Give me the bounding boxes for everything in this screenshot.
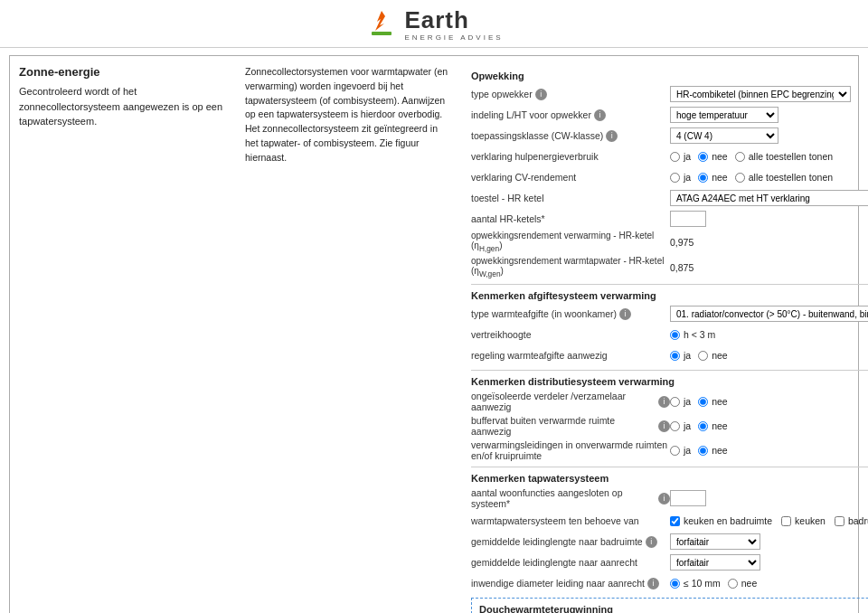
- section-title: Zonne-energie: [19, 65, 227, 79]
- verdeler-ja-option[interactable]: ja: [670, 396, 691, 407]
- aantal-hr-row: aantal HR-ketels* 1: [471, 210, 868, 228]
- cv-nee-radio[interactable]: [698, 173, 708, 183]
- verwarmingsleidingen-ja-option[interactable]: ja: [670, 445, 691, 456]
- hulpenergie-nee-radio[interactable]: [698, 152, 708, 162]
- verklaring-hulpenergie-label: verklaring hulpenergieverbruik: [471, 151, 670, 162]
- inwendige-diameter-info-icon[interactable]: i: [647, 578, 659, 589]
- indeling-select[interactable]: hoge temperatuur: [670, 107, 778, 123]
- rendement-warmtapwater-label: opwekkingsrendement warmtapwater - HR-ke…: [471, 256, 670, 278]
- indeling-info-icon[interactable]: i: [594, 109, 606, 121]
- aantal-woonfuncties-input[interactable]: 1: [670, 490, 706, 506]
- cv-ja-option[interactable]: ja: [670, 172, 691, 183]
- cv-alle-radio[interactable]: [735, 173, 745, 183]
- logo: Earth ENERGIE ADVIES: [364, 7, 503, 42]
- buffervat-info-icon[interactable]: i: [658, 420, 670, 432]
- verklaring-cv-label: verklaring CV-rendement: [471, 172, 670, 183]
- type-opwekker-select[interactable]: HR-combiketel (binnen EPC begrenzing): [670, 86, 851, 102]
- type-warmteafgifte-select[interactable]: 01. radiator/convector (> 50°C) - buiten…: [670, 306, 868, 322]
- hulpenergie-ja-radio[interactable]: [670, 152, 680, 162]
- leidinglengte-keuken-control: forfaitair: [670, 554, 868, 571]
- leidinglengte-keuken-select[interactable]: forfaitair: [670, 554, 760, 571]
- indeling-label: indeling L/HT voor opwekker i: [471, 109, 670, 121]
- hulpenergie-alle-option[interactable]: alle toestellen tonen: [735, 151, 833, 162]
- leidinglengte-badruimte-select[interactable]: forfaitair: [670, 533, 760, 550]
- aantal-woonfuncties-label: aantal woonfuncties aangesloten op syste…: [471, 487, 670, 509]
- buffervat-ja-option[interactable]: ja: [670, 420, 691, 431]
- opwekking-section: Opwekking type opwekker i HR-combiketel …: [471, 71, 868, 278]
- leidinglengte-badruimte-control: forfaitair: [670, 533, 868, 550]
- toepassingsklasse-row: toepassingsklasse (CW-klasse) i 4 (CW 4): [471, 127, 868, 145]
- keuken-badruimte-option[interactable]: keuken en badruimte: [670, 515, 772, 526]
- vertreikhoogte-option1[interactable]: h < 3 m: [670, 329, 715, 340]
- content-columns: Zonne-energie Gecontroleerd wordt of het…: [19, 65, 849, 613]
- middle-column: Zonnecollectorsystemen voor warmtapwater…: [245, 65, 453, 613]
- diameter-klein-option[interactable]: ≤ 10 mm: [670, 578, 721, 589]
- toestel-select[interactable]: ATAG A24AEC met HT verklaring: [670, 190, 868, 206]
- vertreikhoogte-row: vertreikhoogte h < 3 m: [471, 325, 868, 344]
- type-opwekker-info-icon[interactable]: i: [535, 89, 547, 100]
- rendement-warmtapwater-row: opwekkingsrendement warmtapwater - HR-ke…: [471, 256, 868, 278]
- verwarmingsleidingen-nee-radio[interactable]: [698, 446, 708, 456]
- cv-alle-option[interactable]: alle toestellen tonen: [735, 172, 833, 183]
- logo-text: Earth ENERGIE ADVIES: [404, 8, 503, 42]
- right-column: Opwekking type opwekker i HR-combiketel …: [471, 65, 868, 613]
- logo-subtitle-label: ENERGIE ADVIES: [404, 33, 503, 42]
- tapwatersysteem-title: Kenmerken tapwatersysteem: [471, 473, 868, 484]
- keuken-option[interactable]: keuken: [781, 515, 826, 526]
- diameter-nee-radio[interactable]: [728, 579, 738, 589]
- aantal-hr-input[interactable]: 1: [670, 211, 706, 227]
- inwendige-diameter-control: ≤ 10 mm nee: [670, 578, 868, 589]
- diameter-klein-radio[interactable]: [670, 579, 680, 589]
- verwarmingsleidingen-ja-radio[interactable]: [670, 446, 680, 456]
- indeling-control: hoge temperatuur: [670, 107, 868, 123]
- afgiftesysteem-title: Kenmerken afgiftesysteem verwarming: [471, 290, 868, 301]
- vertreikhoogte-radio1[interactable]: [670, 330, 680, 340]
- logo-earth-label: Earth: [404, 8, 468, 32]
- diameter-nee-option[interactable]: nee: [728, 578, 758, 589]
- regeling-nee-radio[interactable]: [698, 351, 708, 361]
- type-warmteafgifte-row: type warmteafgifte (in woonkamer) i 01. …: [471, 305, 868, 323]
- douchewarmte-box: Douchewarmteterugwinning ja nee: [471, 598, 868, 613]
- leidinglengte-badruimte-info-icon[interactable]: i: [646, 536, 657, 548]
- toestel-label: toestel - HR ketel: [471, 193, 670, 203]
- keuken-badruimte-checkbox[interactable]: [670, 516, 680, 526]
- keuken-checkbox[interactable]: [781, 516, 791, 526]
- hulpenergie-nee-option[interactable]: nee: [698, 151, 728, 162]
- verwarmingsleidingen-nee-option[interactable]: nee: [698, 445, 728, 456]
- ongesoleerde-verdeler-row: ongeïsoleerde verdeler /verzamelaar aanw…: [471, 391, 868, 412]
- toepassingsklasse-info-icon[interactable]: i: [606, 130, 618, 142]
- aantal-woonfuncties-info-icon[interactable]: i: [658, 493, 670, 505]
- buffervat-nee-radio[interactable]: [698, 421, 708, 431]
- type-warmteafgifte-control: 01. radiator/convector (> 50°C) - buiten…: [670, 306, 868, 322]
- regeling-ja-radio[interactable]: [670, 351, 680, 361]
- type-warmteafgifte-info-icon[interactable]: i: [619, 308, 631, 320]
- distributiesysteem-section: Kenmerken distributiesysteem verwarming …: [471, 376, 868, 461]
- regeling-ja-option[interactable]: ja: [670, 350, 691, 361]
- verdeler-nee-option[interactable]: nee: [698, 396, 728, 407]
- earth-logo-icon: [364, 7, 399, 42]
- toepassingsklasse-select[interactable]: 4 (CW 4): [670, 127, 778, 144]
- svg-marker-0: [375, 11, 385, 31]
- type-opwekker-label: type opwekker i: [471, 89, 670, 100]
- buffervat-ja-radio[interactable]: [670, 421, 680, 431]
- badruimte-option[interactable]: badruimte: [835, 515, 868, 526]
- cv-ja-radio[interactable]: [670, 173, 680, 183]
- warmtapwater-behoeve-control: keuken en badruimte keuken badruimte: [670, 515, 868, 526]
- ongesoleerde-verdeler-info-icon[interactable]: i: [658, 396, 670, 408]
- cv-nee-option[interactable]: nee: [698, 172, 728, 183]
- hulpenergie-ja-option[interactable]: ja: [670, 151, 691, 162]
- regeling-warmteafgifte-label: regeling warmteafgifte aanwezig: [471, 350, 670, 361]
- buffervat-nee-option[interactable]: nee: [698, 420, 728, 431]
- hulpenergie-alle-radio[interactable]: [735, 152, 745, 162]
- badruimte-checkbox[interactable]: [835, 516, 844, 526]
- regeling-nee-option[interactable]: nee: [698, 350, 728, 361]
- verklaring-cv-control: ja nee alle toestellen tonen: [670, 172, 868, 183]
- distributiesysteem-title: Kenmerken distributiesysteem verwarming: [471, 376, 868, 387]
- main-content: Zonne-energie Gecontroleerd wordt of het…: [9, 55, 859, 613]
- verklaring-hulpenergie-control: ja nee alle toestellen tonen: [670, 151, 868, 162]
- verwarmingsleidingen-row: verwarmingsleidingen in onverwarmde ruim…: [471, 439, 868, 461]
- verdeler-nee-radio[interactable]: [698, 397, 708, 407]
- rendement-verwarming-row: opwekkingsrendement verwarming - HR-kete…: [471, 231, 868, 253]
- type-warmteafgifte-label: type warmteafgifte (in woonkamer) i: [471, 308, 670, 320]
- verdeler-ja-radio[interactable]: [670, 397, 680, 407]
